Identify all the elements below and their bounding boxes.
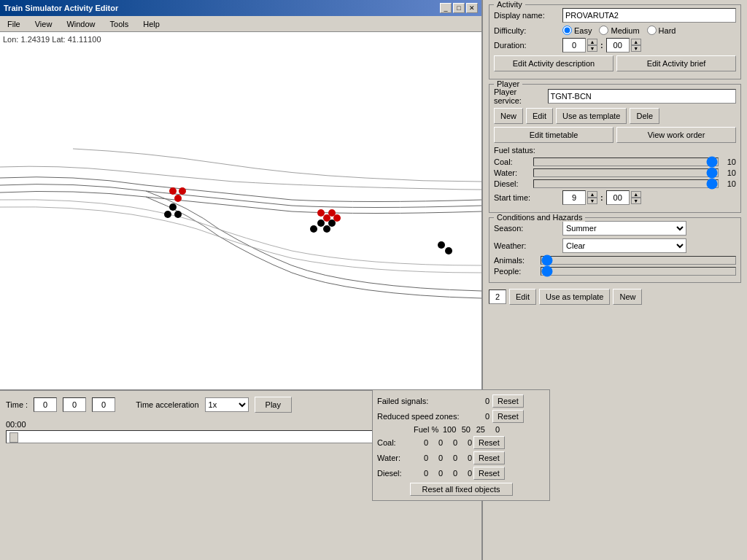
duration-minutes-btns: ▲ ▼ xyxy=(631,39,641,52)
water-slider[interactable] xyxy=(533,168,719,177)
failed-signals-row: Failed signals: 0 Reset xyxy=(377,394,545,408)
fuel-25: 25 xyxy=(472,425,485,434)
duration-minutes-up[interactable]: ▲ xyxy=(631,39,641,45)
player-service-label: Player service: xyxy=(494,88,545,105)
start-hours-input[interactable] xyxy=(562,190,586,205)
duration-minutes-input[interactable] xyxy=(606,38,630,52)
failed-signals-reset-btn[interactable]: Reset xyxy=(492,394,524,408)
diesel-slider[interactable] xyxy=(533,179,719,188)
time-input-3[interactable] xyxy=(92,397,115,412)
water-overlay-label: Water: xyxy=(377,454,414,462)
bottom-player-input[interactable] xyxy=(489,289,506,304)
water-val-2: 0 xyxy=(444,454,457,462)
duration-hours-input[interactable] xyxy=(562,38,586,52)
fuel-status-label: Fuel status: xyxy=(494,146,560,155)
conditions-section: Conditions and Hazards Season: Summer Sp… xyxy=(489,217,741,283)
minimize-btn[interactable]: _ xyxy=(440,3,452,13)
diesel-val-2: 0 xyxy=(444,469,457,478)
water-reset-btn[interactable]: Reset xyxy=(473,451,505,464)
animals-slider[interactable] xyxy=(541,256,736,265)
duration-hours-down[interactable]: ▼ xyxy=(587,45,597,52)
weather-select[interactable]: Clear Rain Snow Fog xyxy=(562,238,686,253)
close-btn[interactable]: ✕ xyxy=(466,3,478,13)
start-time-row: Start time: ▲ ▼ : ▲ ▼ xyxy=(494,190,736,205)
svg-point-5 xyxy=(317,219,325,227)
start-time-colon: : xyxy=(600,193,603,202)
player-edit-btn[interactable]: Edit xyxy=(526,108,553,124)
water-slider-row: Water: 10 xyxy=(494,168,736,177)
people-slider[interactable] xyxy=(541,267,736,276)
fuel-status-row: Fuel status: xyxy=(494,146,736,155)
menu-tools[interactable]: Tools xyxy=(106,18,133,30)
player-delete-btn[interactable]: Dele xyxy=(630,108,659,124)
coal-reset-btn[interactable]: Reset xyxy=(473,436,505,449)
reset-all-btn[interactable]: Reset all fixed objects xyxy=(410,483,513,496)
menu-help[interactable]: Help xyxy=(139,18,164,30)
difficulty-medium-radio[interactable] xyxy=(599,26,608,35)
coal-overlay-row: Coal: 0 0 0 0 Reset xyxy=(377,436,545,449)
edit-timetable-btn[interactable]: Edit timetable xyxy=(494,127,614,143)
start-hours-down[interactable]: ▼ xyxy=(587,198,597,204)
diesel-reset-btn[interactable]: Reset xyxy=(473,467,505,480)
duration-hours-up[interactable]: ▲ xyxy=(587,39,597,45)
bottom-new-btn[interactable]: New xyxy=(613,289,642,305)
weather-row: Weather: Clear Rain Snow Fog xyxy=(494,238,736,253)
start-minutes-spinner: ▲ ▼ xyxy=(606,190,641,205)
display-name-input[interactable] xyxy=(562,8,736,23)
start-minutes-down[interactable]: ▼ xyxy=(631,198,641,204)
player-use-template-btn[interactable]: Use as template xyxy=(556,108,627,124)
start-hours-up[interactable]: ▲ xyxy=(587,191,597,198)
display-name-row: Display name: xyxy=(494,8,736,23)
window-controls: _ □ ✕ xyxy=(440,3,478,13)
animals-row: Animals: xyxy=(494,256,736,265)
start-hours-btns: ▲ ▼ xyxy=(587,191,597,204)
difficulty-medium[interactable]: Medium xyxy=(599,26,639,35)
bottom-use-template-btn[interactable]: Use as template xyxy=(539,289,610,305)
svg-point-9 xyxy=(445,247,452,254)
play-button[interactable]: Play xyxy=(255,397,292,413)
duration-minutes-down[interactable]: ▼ xyxy=(631,45,641,52)
coal-label: Coal: xyxy=(494,158,530,166)
difficulty-hard-radio[interactable] xyxy=(647,26,657,35)
time-input-1[interactable] xyxy=(34,397,57,412)
difficulty-hard[interactable]: Hard xyxy=(647,26,676,35)
coal-slider-row: Coal: 10 xyxy=(494,158,736,166)
time-input-2[interactable] xyxy=(63,397,86,412)
edit-description-btn[interactable]: Edit Activity description xyxy=(494,55,614,71)
reduced-speed-reset-btn[interactable]: Reset xyxy=(492,410,524,423)
menu-view[interactable]: View xyxy=(31,18,57,30)
edit-brief-btn[interactable]: Edit Activity brief xyxy=(616,55,736,71)
coal-overlay-label: Coal: xyxy=(377,438,414,447)
diesel-overlay-row: Diesel: 0 0 0 0 Reset xyxy=(377,467,545,480)
player-btn-row1: New Edit Use as template Dele xyxy=(494,108,736,124)
title-bar: Train Simulator Activity Editor _ □ ✕ xyxy=(0,0,481,16)
maximize-btn[interactable]: □ xyxy=(453,3,465,13)
time-label: Time : xyxy=(6,400,28,409)
coal-slider[interactable] xyxy=(533,158,719,166)
difficulty-easy[interactable]: Easy xyxy=(562,26,592,35)
svg-point-4 xyxy=(310,225,317,233)
water-value: 10 xyxy=(721,168,736,177)
svg-point-10 xyxy=(169,187,177,195)
difficulty-easy-radio[interactable] xyxy=(562,26,572,35)
player-new-btn[interactable]: New xyxy=(494,108,523,124)
season-select[interactable]: Summer Spring Autumn Winter xyxy=(562,221,686,236)
map-area[interactable]: Lon: 1.24319 Lat: 41.11100 xyxy=(0,32,481,389)
duration-row: Duration: ▲ ▼ : ▲ ▼ xyxy=(494,38,736,52)
timeline-start: 00:00 xyxy=(6,420,26,429)
activity-legend: Activity xyxy=(494,0,525,9)
start-minutes-up[interactable]: ▲ xyxy=(631,191,641,198)
menu-window[interactable]: Window xyxy=(62,18,99,30)
reduced-speed-val: 0 xyxy=(475,412,489,421)
diesel-val-0: 0 xyxy=(415,469,428,478)
timeline-handle[interactable] xyxy=(9,432,18,443)
diesel-val-3: 0 xyxy=(459,469,472,478)
player-service-input[interactable] xyxy=(548,89,736,104)
start-minutes-input[interactable] xyxy=(606,190,630,205)
view-work-order-btn[interactable]: View work order xyxy=(616,127,736,143)
time-accel-select[interactable]: 1x 2x 4x xyxy=(205,397,249,412)
bottom-edit-btn[interactable]: Edit xyxy=(509,289,536,305)
svg-point-1 xyxy=(164,211,171,218)
weather-label: Weather: xyxy=(494,241,560,250)
menu-file[interactable]: File xyxy=(3,18,25,30)
